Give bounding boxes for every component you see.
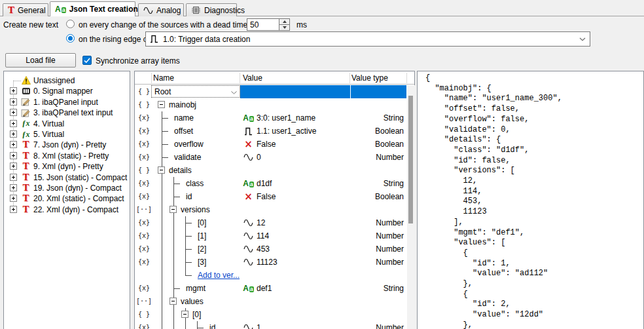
- signal-tree-item[interactable]: Unassigned: [4, 75, 130, 86]
- json-line: ],: [425, 218, 463, 227]
- node-name: [0]: [192, 310, 201, 319]
- table-row[interactable]: {x}classAad1dfString: [135, 177, 406, 190]
- tree-line: [162, 118, 168, 119]
- sync-array-checkbox[interactable]: [82, 56, 92, 65]
- signal-tree-item[interactable]: ƒx5. Virtual: [4, 129, 130, 140]
- column-header-value: Value: [243, 73, 262, 83]
- collapse-minus-icon[interactable]: [158, 166, 165, 174]
- text-icon: T: [20, 183, 31, 193]
- collapse-minus-icon[interactable]: [181, 311, 188, 318]
- tab-analog[interactable]: Analog: [138, 3, 184, 16]
- table-row[interactable]: { }mainobj: [135, 98, 406, 111]
- signal-tree-item[interactable]: T19. Json (dyn) - Compact: [4, 183, 130, 193]
- table-row[interactable]: {x}id×FalseBoolean: [135, 190, 406, 203]
- signal-tree-item[interactable]: T15. Json (static) - Compact: [4, 172, 130, 183]
- table-row[interactable]: {x}nameAa3:0: user1_nameString: [135, 111, 406, 125]
- table-row[interactable]: {x}mgmtAadef1String: [135, 282, 406, 295]
- scrollbar-thumb[interactable]: [408, 96, 413, 223]
- signal-tree-item[interactable]: T20. Xml (static) - Compact: [4, 193, 130, 204]
- text-icon: T: [20, 140, 31, 149]
- expand-plus-icon[interactable]: [10, 120, 17, 127]
- json-line: 114,: [425, 187, 482, 197]
- dead-time-value[interactable]: 50: [247, 19, 279, 30]
- signal-tree-panel: Unassigned0. Signal mapper1. ibaQPanel i…: [3, 71, 130, 329]
- collapse-minus-icon[interactable]: [170, 298, 177, 305]
- table-row[interactable]: {x}[1]114Number: [135, 229, 406, 242]
- table-row[interactable]: {x}[0]12Number: [135, 216, 406, 229]
- expand-plus-icon[interactable]: [10, 152, 17, 159]
- radio-dead-time[interactable]: [66, 20, 75, 28]
- expand-plus-icon[interactable]: [10, 98, 17, 106]
- table-row[interactable]: {x}[2]453Number: [135, 242, 406, 256]
- tree-line: [162, 144, 168, 145]
- text-icon: T: [20, 151, 31, 161]
- tab-general[interactable]: T General: [3, 3, 48, 16]
- node-type-icon: [··]: [136, 295, 152, 308]
- expand-plus-icon[interactable]: [10, 109, 17, 116]
- signal-tree-label: 9. Xml (dyn) - Pretty: [33, 162, 103, 171]
- add-array-item-link[interactable]: Add to ver...: [198, 271, 240, 280]
- radio-rising-edge[interactable]: [66, 34, 75, 43]
- signal-tree-label: 19. Json (dyn) - Compact: [33, 184, 122, 193]
- sine-icon: [243, 259, 253, 265]
- signal-tree-item[interactable]: T9. Xml (dyn) - Pretty: [4, 161, 130, 172]
- expand-plus-icon[interactable]: [10, 195, 17, 202]
- expand-plus-icon[interactable]: [10, 163, 17, 170]
- table-row[interactable]: {x}offset1.1: user1_activeBoolean: [135, 125, 406, 138]
- signal-tree-item[interactable]: T8. Xml (static) - Pretty: [4, 151, 130, 161]
- expand-plus-icon[interactable]: [10, 87, 17, 94]
- signal-tree-label: 0. Signal mapper: [33, 87, 93, 96]
- spin-down-button[interactable]: [279, 24, 289, 30]
- expand-plus-icon[interactable]: [10, 174, 17, 181]
- signal-tree-item[interactable]: T7. Json (dyn) - Pretty: [4, 140, 130, 150]
- table-row[interactable]: Add to ver...: [135, 269, 406, 282]
- json-preview-panel: { "mainobj": { "name": "user1_name_300",…: [417, 71, 644, 329]
- signal-tree-item[interactable]: ƒx4. Virtual: [4, 119, 130, 129]
- signal-tree-item[interactable]: 0. Signal mapper: [4, 86, 130, 96]
- dead-time-input[interactable]: 50: [247, 18, 290, 31]
- node-type-icon: {x}: [136, 321, 152, 329]
- table-row[interactable]: [··]values: [135, 295, 406, 308]
- collapse-minus-icon[interactable]: [158, 101, 165, 108]
- table-row[interactable]: { }[0]: [135, 308, 406, 321]
- signal-tree-item[interactable]: 1. ibaQPanel input: [4, 97, 130, 107]
- root-node-select[interactable]: Root: [151, 85, 240, 98]
- tab-json-text-creation[interactable]: Aa Json Text creation: [50, 1, 135, 16]
- table-row-root[interactable]: { } Root: [135, 85, 406, 98]
- expand-plus-icon[interactable]: [10, 130, 17, 138]
- text-icon: T: [20, 172, 31, 182]
- node-name: [2]: [198, 244, 206, 254]
- tree-line: [162, 157, 168, 158]
- table-row[interactable]: {x}overflow×FalseBoolean: [135, 138, 406, 151]
- json-line: "mainobj": {: [425, 84, 492, 94]
- mapper-icon: [20, 86, 31, 96]
- expand-plus-icon[interactable]: [10, 184, 17, 191]
- table-row[interactable]: [··]versions: [135, 203, 406, 216]
- expand-plus-icon[interactable]: [10, 206, 17, 213]
- signal-tree-item[interactable]: 3. ibaQPanel text input: [4, 107, 130, 118]
- selected-type-cell: [351, 85, 406, 98]
- load-file-button[interactable]: Load file: [5, 53, 76, 68]
- node-value: 1.1: user1_active: [257, 126, 316, 136]
- signal-tree-item[interactable]: T22. Xml (dyn) - Compact: [4, 204, 130, 215]
- expand-plus-icon[interactable]: [10, 141, 17, 148]
- table-row[interactable]: { }details: [135, 164, 406, 177]
- node-value-cell: 453: [243, 242, 270, 256]
- collapse-minus-icon[interactable]: [170, 206, 177, 213]
- json-line: "name": "user1_name_300",: [425, 94, 562, 104]
- json-line: {: [425, 290, 468, 300]
- table-row[interactable]: {x}validate0Number: [135, 151, 406, 164]
- table-row[interactable]: {x}[3]11123Number: [135, 256, 406, 269]
- table-row[interactable]: {x}id1Number: [135, 321, 406, 329]
- tab-diagnostics[interactable]: Diagnostics: [186, 3, 237, 16]
- dead-time-unit-label: ms: [296, 20, 307, 29]
- node-value-cell: 1: [243, 321, 261, 329]
- tab-label: General: [18, 6, 46, 15]
- fx-icon: ƒx: [20, 119, 31, 128]
- warning-icon: [20, 75, 31, 85]
- tab-label: Analog: [156, 6, 181, 15]
- table-scrollbar[interactable]: [407, 85, 415, 329]
- trigger-signal-select[interactable]: 1.0: Trigger data creation: [145, 31, 590, 47]
- spin-up-button[interactable]: [279, 19, 289, 24]
- node-value-type: Boolean: [350, 126, 404, 136]
